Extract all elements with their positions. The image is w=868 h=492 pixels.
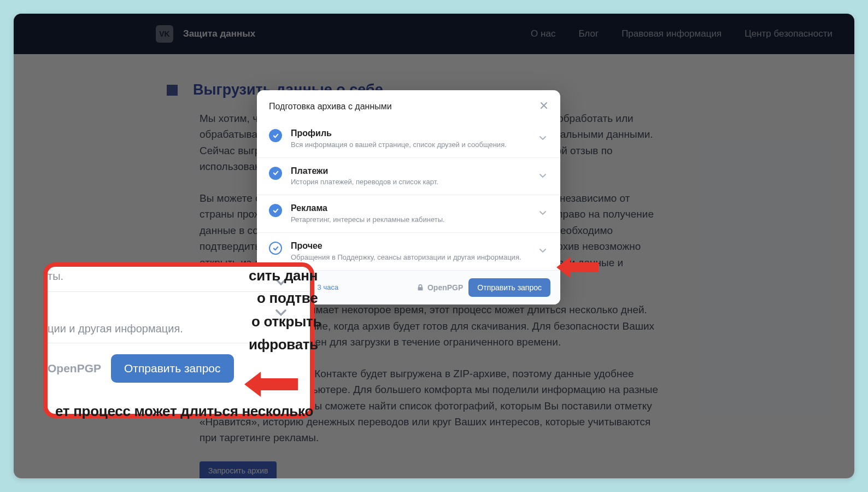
wait-value: 3 часа — [318, 283, 339, 291]
send-request-button[interactable]: Отправить запрос — [468, 278, 550, 297]
annotation-arrow-right — [568, 262, 599, 272]
chevron-down-icon[interactable] — [538, 208, 548, 219]
check-icon[interactable] — [269, 129, 282, 142]
check-icon[interactable] — [269, 167, 282, 180]
zoom-openpgp-label[interactable]: OpenPGP — [48, 362, 101, 375]
modal-title: Подготовка архива с данными — [269, 102, 392, 112]
category-desc: Ретаргетинг, интересы и рекламные кабине… — [291, 215, 530, 225]
category-row[interactable]: РекламаРетаргетинг, интересы и рекламные… — [257, 195, 560, 232]
page: VK Защита данных О нас Блог Правовая инф… — [14, 14, 854, 478]
zoom-send-request-button[interactable]: Отправить запрос — [111, 354, 234, 383]
check-icon[interactable] — [269, 242, 282, 255]
category-title: Платежи — [291, 166, 530, 177]
modal-header: Подготовка архива с данными — [257, 90, 560, 120]
category-row[interactable]: ПлатежиИстория платежей, переводов и спи… — [257, 157, 560, 195]
category-body: ПрочееОбращения в Поддержку, сеансы авто… — [291, 241, 530, 262]
annotation-arrow-left — [260, 378, 298, 390]
category-body: РекламаРетаргетинг, интересы и рекламные… — [291, 203, 530, 225]
openpgp-toggle[interactable]: OpenPGP — [417, 283, 463, 292]
bg-text-fragment-3: о открыть — [251, 313, 321, 330]
category-desc: Обращения в Поддержку, сеансы авторизаци… — [291, 253, 530, 262]
chevron-down-icon[interactable] — [538, 171, 548, 182]
category-title: Реклама — [291, 203, 530, 214]
bg-text-fragment-4: ифровать — [249, 336, 318, 353]
check-icon[interactable] — [269, 204, 282, 217]
category-row[interactable]: ПрофильВся информация о вашей странице, … — [257, 120, 560, 157]
bg-text-fragment-1: сить данн — [249, 267, 318, 284]
category-desc: Вся информация о вашей странице, список … — [291, 140, 530, 150]
category-body: ПлатежиИстория платежей, переводов и спи… — [291, 166, 530, 188]
category-title: Профиль — [291, 128, 530, 139]
bg-text-fragment-2: о подтве — [257, 290, 318, 307]
category-body: ПрофильВся информация о вашей странице, … — [291, 128, 530, 150]
category-list: ПрофильВся информация о вашей странице, … — [257, 120, 560, 270]
chevron-down-icon[interactable] — [538, 133, 548, 144]
category-title: Прочее — [291, 241, 530, 252]
bg-text-fragment-5: ет процесс может длиться несколько — [55, 403, 313, 420]
lock-icon — [417, 284, 424, 291]
chevron-down-icon[interactable] — [538, 246, 548, 257]
close-icon[interactable] — [539, 100, 548, 113]
category-desc: История платежей, переводов и список кар… — [291, 178, 530, 187]
openpgp-label: OpenPGP — [427, 283, 463, 292]
screenshot-frame: VK Защита данных О нас Блог Правовая инф… — [14, 14, 854, 478]
